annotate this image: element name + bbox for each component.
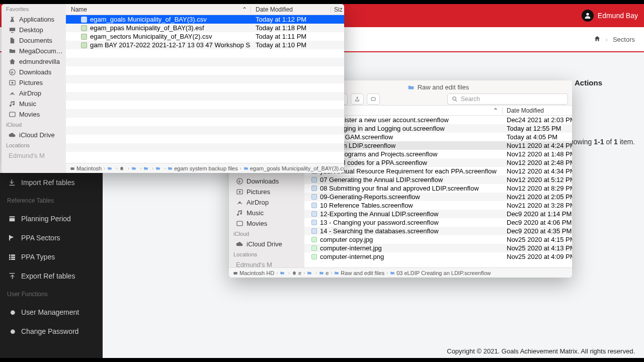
sidebar-item[interactable]: Music bbox=[229, 208, 304, 218]
file-row[interactable]: 09-Generating-Reports.screenflowNov21 20… bbox=[304, 193, 572, 201]
finder1-path-bar[interactable]: Macintosh››››››egam system backup files›… bbox=[66, 163, 344, 173]
file-row[interactable]: eating a GAM.screenflowToday at 4:05 PM bbox=[304, 133, 572, 141]
sidebar-item[interactable]: Downloads bbox=[229, 176, 304, 187]
file-icon bbox=[311, 245, 317, 251]
finder1-icloud-section: iCloud bbox=[2, 120, 66, 130]
path-segment[interactable]: Macintosh bbox=[70, 165, 102, 171]
footer-text: Copyright © 2021. Goals Achievement Matr… bbox=[447, 347, 635, 355]
file-row[interactable]: 14 - Searching the databases.screenflowD… bbox=[304, 227, 572, 235]
finder1-icloud-drive[interactable]: iCloud Drive bbox=[2, 130, 66, 140]
finder2-icloud-drive[interactable]: iCloud Drive bbox=[229, 239, 304, 249]
file-row[interactable]: 12-Exporting the Annual LDIP.screenflowD… bbox=[304, 210, 572, 218]
file-row[interactable]: computer copy.jpgNov25 2020 at 4:15 PM bbox=[304, 235, 572, 244]
file-row[interactable]: 10 Reference Tables.screenflowNov21 2020… bbox=[304, 201, 572, 210]
svg-point-0 bbox=[586, 13, 589, 16]
sidebar-item[interactable]: edmundrevilla bbox=[2, 56, 66, 67]
sidebar-item[interactable]: Documents bbox=[2, 35, 66, 46]
sidebar-item[interactable]: AirDrop bbox=[2, 88, 66, 99]
breadcrumb-current[interactable]: Sectors bbox=[613, 36, 635, 43]
file-row[interactable]: DIP Register a new user account.screenfl… bbox=[304, 116, 572, 124]
search-icon bbox=[452, 96, 458, 102]
home-icon[interactable] bbox=[594, 35, 601, 44]
finder2-icloud-section: iCloud bbox=[229, 229, 304, 239]
sidebar-item[interactable]: Downloads bbox=[2, 67, 66, 77]
finder1-location-item[interactable]: Edmund's M bbox=[2, 150, 66, 161]
sort-indicator-icon: ⌃ bbox=[493, 107, 498, 114]
file-row[interactable]: computer-internet.jpgNov25 2020 at 4:13 … bbox=[304, 244, 572, 252]
file-icon bbox=[311, 194, 317, 200]
webapp-sidebar: Import Ref tables Reference Tables Plann… bbox=[0, 173, 103, 358]
file-row[interactable]: 13 - Changing your password.screenflowDe… bbox=[304, 218, 572, 227]
actions-header: Actions bbox=[575, 78, 635, 87]
file-icon bbox=[311, 211, 317, 217]
file-icon bbox=[81, 25, 87, 31]
sidebar-item[interactable]: Pictures bbox=[2, 77, 66, 88]
finder-window-front[interactable]: Favorites ApplicationsDesktopDocumentsMe… bbox=[2, 4, 344, 173]
file-row[interactable]: DIP Logging in and Logging out.screenflo… bbox=[304, 124, 572, 133]
nav-planning-period[interactable]: Planning Period bbox=[0, 209, 103, 228]
file-row[interactable]: 07 Generating the Annual LDIP.screenflow… bbox=[304, 175, 572, 184]
nav-user-management[interactable]: User Management bbox=[0, 303, 103, 322]
tags-button[interactable] bbox=[367, 94, 380, 105]
path-segment[interactable] bbox=[107, 166, 114, 171]
share-button[interactable] bbox=[351, 94, 364, 105]
sidebar-item[interactable]: Desktop bbox=[2, 25, 66, 35]
sidebar-item[interactable]: MegaDocum… bbox=[2, 46, 66, 56]
path-segment[interactable]: Raw and edit files bbox=[334, 270, 384, 276]
nav-import-ref[interactable]: Import Ref tables bbox=[0, 173, 103, 192]
finder2-location-item[interactable]: Edmund's M bbox=[229, 259, 304, 267]
finder1-columns[interactable]: Name⌃ Date Modified Siz bbox=[66, 4, 344, 15]
nav-export-ref[interactable]: Export Ref tables bbox=[0, 266, 103, 286]
path-segment[interactable] bbox=[131, 166, 138, 171]
sidebar-item[interactable]: Movies bbox=[229, 218, 304, 229]
path-segment[interactable] bbox=[280, 270, 286, 276]
sidebar-item[interactable]: Movies bbox=[2, 109, 66, 120]
path-segment[interactable] bbox=[307, 270, 313, 276]
path-segment[interactable]: e bbox=[292, 270, 301, 276]
finder2-search[interactable]: Search bbox=[447, 94, 568, 105]
svg-point-10 bbox=[12, 82, 14, 84]
nav-ppa-sectors[interactable]: PPA Sectors bbox=[0, 228, 103, 247]
file-row[interactable]: gam BAY 2017-2022 2021-12-17 13 03 47 Wo… bbox=[66, 41, 344, 49]
nav-ppa-types[interactable]: PPA Types bbox=[0, 247, 103, 266]
file-row[interactable]: egam_ppas Municipality_of_BAY(3).esfToda… bbox=[66, 24, 344, 32]
file-row[interactable]: egam_sectors Municipality_of_BAY(2).csvT… bbox=[66, 32, 344, 41]
file-icon bbox=[311, 203, 317, 208]
finder1-sidebar: Favorites ApplicationsDesktopDocumentsMe… bbox=[2, 4, 66, 173]
showing-text: Showing 1-1 of 1 item. bbox=[565, 138, 635, 146]
sidebar-item[interactable]: Applications bbox=[2, 14, 66, 25]
file-row[interactable]: the PRM codes for a PPA.screenflowNov12 … bbox=[304, 158, 572, 167]
svg-rect-7 bbox=[233, 272, 237, 274]
path-segment[interactable] bbox=[143, 166, 150, 171]
file-icon bbox=[311, 228, 317, 234]
sidebar-item[interactable]: Music bbox=[2, 99, 66, 109]
nav-change-password[interactable]: Change Password bbox=[0, 322, 103, 341]
avatar-icon bbox=[582, 10, 594, 22]
file-row[interactable]: eating an LDIP.screenflowNov11 2020 at 4… bbox=[304, 141, 572, 150]
finder2-columns[interactable]: ⌃ Date Modified bbox=[304, 106, 572, 116]
path-segment[interactable] bbox=[119, 166, 126, 171]
user-menu[interactable]: Edmund Bay bbox=[582, 10, 638, 22]
path-segment[interactable]: 03 eLDIP Creating an LDIP.screenflow bbox=[390, 270, 491, 276]
path-segment[interactable] bbox=[155, 166, 162, 171]
file-icon bbox=[311, 186, 317, 191]
finder2-file-list: ⌃ Date Modified DIP Register a new user … bbox=[304, 106, 572, 267]
file-icon bbox=[81, 42, 87, 48]
sidebar-item[interactable]: AirDrop bbox=[229, 197, 304, 208]
path-segment[interactable]: e bbox=[319, 270, 329, 276]
path-segment[interactable]: egam_goals Municipality_of_BAY(3).csv bbox=[244, 165, 344, 171]
finder2-path-bar[interactable]: Macintosh HD››e››e›Raw and edit files›03… bbox=[229, 267, 572, 278]
path-segment[interactable]: Macintosh HD bbox=[233, 270, 274, 276]
file-icon bbox=[311, 177, 317, 183]
file-row[interactable]: computer-internet.pngNov25 2020 at 4:09 … bbox=[304, 252, 572, 261]
file-row[interactable]: your Annual Resource Requirement for eac… bbox=[304, 167, 572, 175]
file-row[interactable]: 08 Submitting your final and approved LD… bbox=[304, 184, 572, 193]
finder2-locations-section: Locations bbox=[229, 249, 304, 259]
path-segment[interactable]: egam system backup files bbox=[168, 165, 238, 171]
svg-rect-5 bbox=[237, 221, 243, 226]
sidebar-item[interactable]: Pictures bbox=[229, 187, 304, 197]
file-row[interactable]: riority Programs and Projects.screenflow… bbox=[304, 150, 572, 158]
file-icon bbox=[311, 254, 317, 259]
finder1-locations-section: Locations bbox=[2, 140, 66, 150]
file-row[interactable]: egam_goals Municipality_of_BAY(3).csvTod… bbox=[66, 15, 344, 24]
